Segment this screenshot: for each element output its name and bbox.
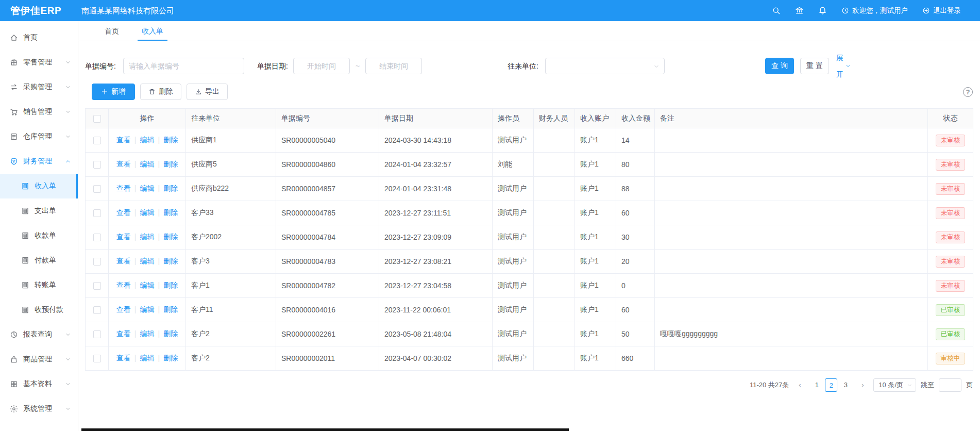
row-checkbox[interactable] [93, 137, 101, 144]
row-action-delete[interactable]: 删除 [163, 160, 178, 168]
tab-home[interactable]: 首页 [100, 21, 123, 41]
row-action-edit[interactable]: 编辑 [140, 184, 155, 192]
action-divider: | [158, 354, 160, 362]
sidebar-item-label: 收款单 [35, 231, 56, 240]
page-button-1[interactable]: 1 [810, 378, 823, 392]
row-select-cell [86, 128, 109, 153]
welcome-user[interactable]: 欢迎您，测试用户 [841, 6, 908, 15]
chevron-down-icon [65, 381, 71, 387]
bell-icon[interactable] [818, 6, 827, 15]
sidebar-item-2[interactable]: 零售管理 [0, 50, 78, 75]
row-action-delete[interactable]: 删除 [163, 257, 178, 265]
reset-button[interactable]: 重 置 [800, 58, 829, 74]
row-action-view[interactable]: 查看 [116, 233, 131, 241]
sidebar-item-6[interactable]: 财务管理 [0, 149, 78, 174]
search-icon[interactable] [772, 6, 781, 15]
row-select-cell [86, 322, 109, 346]
row-action-delete[interactable]: 删除 [163, 329, 178, 338]
row-action-delete[interactable]: 删除 [163, 184, 178, 192]
row-action-edit[interactable]: 编辑 [140, 354, 155, 362]
row-action-view[interactable]: 查看 [116, 305, 131, 313]
row-action-view[interactable]: 查看 [116, 184, 131, 192]
row-checkbox[interactable] [93, 185, 101, 193]
sidebar-item-13[interactable]: 报表查询 [0, 322, 78, 347]
actions-cell: 查看|编辑|删除 [109, 177, 186, 201]
select-all-checkbox[interactable] [93, 115, 101, 123]
row-checkbox[interactable] [93, 355, 101, 362]
page-button-2[interactable]: 2 [825, 378, 837, 392]
doc-icon [21, 207, 29, 215]
next-page-button[interactable]: › [856, 378, 869, 392]
partner-cell: 客户3 [186, 250, 276, 274]
row-action-view[interactable]: 查看 [116, 354, 131, 362]
row-action-view[interactable]: 查看 [116, 136, 131, 144]
row-action-edit[interactable]: 编辑 [140, 305, 155, 313]
sidebar-item-14[interactable]: 商品管理 [0, 347, 78, 372]
sidebar-item-11[interactable]: 转账单 [0, 273, 78, 297]
sidebar-item-16[interactable]: 系统管理 [0, 396, 78, 421]
tab-income-bill[interactable]: 收入单 [138, 21, 167, 41]
row-action-edit[interactable]: 编辑 [140, 136, 155, 144]
row-action-delete[interactable]: 删除 [163, 305, 178, 313]
prev-page-button[interactable]: ‹ [793, 378, 806, 392]
date-start-input[interactable] [293, 58, 350, 74]
bank-icon[interactable] [795, 6, 804, 15]
export-button[interactable]: 导出 [187, 84, 228, 100]
status-badge: 未审核 [936, 280, 966, 292]
sidebar-item-7[interactable]: 收入单 [0, 174, 78, 198]
sidebar-item-1[interactable]: 首页 [0, 25, 78, 50]
search-button[interactable]: 查 询 [765, 58, 794, 74]
logout-button[interactable]: 退出登录 [922, 6, 961, 15]
row-checkbox[interactable] [93, 282, 101, 290]
row-action-view[interactable]: 查看 [116, 160, 131, 168]
help-icon[interactable]: ? [963, 87, 973, 97]
sidebar-item-10[interactable]: 付款单 [0, 248, 78, 273]
row-action-edit[interactable]: 编辑 [140, 281, 155, 289]
delete-button[interactable]: 删除 [140, 84, 181, 100]
row-action-edit[interactable]: 编辑 [140, 233, 155, 241]
partner-select[interactable] [545, 58, 665, 74]
row-action-view[interactable]: 查看 [116, 329, 131, 338]
bill-no-cell: SR00000004782 [276, 274, 379, 298]
row-checkbox[interactable] [93, 209, 101, 217]
bill-no-cell: SR00000004016 [276, 298, 379, 322]
page-button-3[interactable]: 3 [839, 378, 852, 392]
row-action-view[interactable]: 查看 [116, 208, 131, 217]
sidebar-item-9[interactable]: 收款单 [0, 223, 78, 248]
sidebar-item-5[interactable]: 仓库管理 [0, 124, 78, 149]
income-amount-cell: 60 [616, 201, 655, 225]
row-action-delete[interactable]: 删除 [163, 281, 178, 289]
row-action-delete[interactable]: 删除 [163, 208, 178, 217]
row-action-edit[interactable]: 编辑 [140, 329, 155, 338]
column-header-4: 单据日期 [379, 109, 493, 128]
row-action-edit[interactable]: 编辑 [140, 208, 155, 217]
row-action-view[interactable]: 查看 [116, 281, 131, 289]
row-action-delete[interactable]: 删除 [163, 354, 178, 362]
jump-page-input[interactable] [939, 378, 961, 392]
sidebar-item-12[interactable]: 收预付款 [0, 297, 78, 322]
sidebar-item-15[interactable]: 基本资料 [0, 372, 78, 396]
row-action-delete[interactable]: 删除 [163, 136, 178, 144]
action-divider: | [134, 136, 137, 144]
row-checkbox[interactable] [93, 330, 101, 338]
row-action-delete[interactable]: 删除 [163, 233, 178, 241]
sidebar-item-4[interactable]: 销售管理 [0, 100, 78, 124]
row-checkbox[interactable] [93, 306, 101, 314]
bill-no-input[interactable] [123, 58, 244, 74]
sidebar-item-3[interactable]: 采购管理 [0, 75, 78, 100]
partner-cell: 客户2002 [186, 225, 276, 250]
brand-logo: 管伊佳ERP [10, 0, 61, 21]
status-cell: 审核中 [928, 346, 973, 371]
row-action-edit[interactable]: 编辑 [140, 257, 155, 265]
row-action-view[interactable]: 查看 [116, 257, 131, 265]
row-action-edit[interactable]: 编辑 [140, 160, 155, 168]
date-end-input[interactable] [365, 58, 422, 74]
page-size-select[interactable]: 10 条/页 [873, 378, 916, 392]
row-checkbox[interactable] [93, 161, 101, 169]
action-divider: | [134, 354, 137, 362]
row-checkbox[interactable] [93, 234, 101, 241]
row-checkbox[interactable] [93, 258, 101, 266]
sidebar-item-8[interactable]: 支出单 [0, 198, 78, 223]
add-button[interactable]: 新增 [92, 84, 135, 100]
expand-link[interactable]: 展开 [836, 58, 851, 74]
